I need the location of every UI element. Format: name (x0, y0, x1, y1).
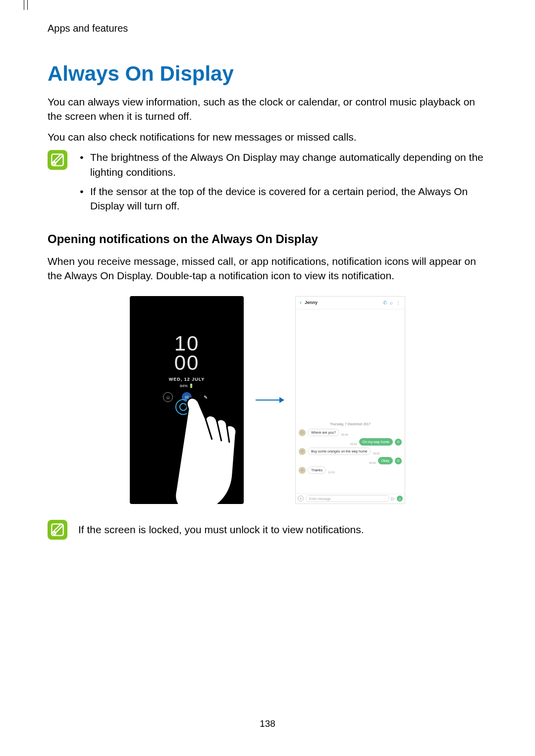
add-attachment-icon[interactable]: + (298, 496, 304, 502)
intro-paragraph-1: You can always view information, such as… (48, 95, 487, 124)
timestamp: 09:59 (350, 443, 357, 446)
note-bullet: • The brightness of the Always On Displa… (78, 150, 487, 179)
aod-date: WED, 12 JULY (130, 377, 244, 382)
section-heading: Opening notifications on the Always On D… (48, 232, 487, 246)
message-row: ☺ Buy some oranges on the way home 09:59 (296, 447, 405, 456)
message-input[interactable]: Enter message (306, 495, 389, 502)
message-input-bar: + Enter message ▷ ☺ (296, 494, 405, 504)
message-row: ☺ Thanks 10:00 (296, 465, 405, 475)
note-block: If the screen is locked, you must unlock… (48, 520, 487, 540)
aod-battery: 84% 🔋 (130, 384, 244, 388)
aod-minute: 00 (130, 353, 244, 373)
avatar-icon: ☺ (299, 467, 306, 474)
message-row: ☺ Where are you? 09:58 (296, 428, 405, 437)
messages-header: ‹ Jenny ✆ ⌕ ⋮ (296, 297, 405, 309)
figure-aod-to-messages: 10 00 WED, 12 JULY 84% 🔋 ☺ ✉ ✎ (48, 296, 487, 504)
note-icon (48, 520, 67, 540)
more-icon[interactable]: ⋮ (396, 300, 401, 305)
phone-screenshot-messages: ‹ Jenny ✆ ⌕ ⋮ Thursday, 7 December 2017 … (295, 296, 405, 504)
timestamp: 10:00 (328, 471, 335, 474)
message-bubble: On my way home (359, 438, 393, 446)
avatar-icon: ☺ (395, 457, 402, 464)
message-bubble: Okay (378, 457, 393, 464)
date-divider: Thursday, 7 December 2017 (296, 422, 405, 426)
timestamp: 09:58 (341, 433, 348, 436)
message-row: 09:59 Okay ☺ (296, 456, 405, 465)
emoji-icon[interactable]: ☺ (397, 496, 403, 502)
avatar-icon: ☺ (395, 439, 402, 446)
bullet-text: If the sensor at the top of the device i… (90, 184, 487, 213)
message-bubble: Thanks (308, 466, 326, 474)
note-icon (48, 150, 67, 170)
bullet-dot-icon: • (78, 184, 85, 213)
hand-tap-icon (173, 394, 244, 504)
contact-name: Jenny (305, 300, 380, 305)
arrow-right-icon (256, 400, 283, 401)
aod-hour: 10 (130, 334, 244, 353)
avatar-icon: ☺ (299, 429, 306, 436)
phone-screenshot-aod: 10 00 WED, 12 JULY 84% 🔋 ☺ ✉ ✎ (130, 296, 244, 504)
message-row: 09:59 On my way home ☺ (296, 437, 405, 447)
chapter-label: Apps and features (48, 23, 487, 34)
message-bubble: Where are you? (308, 429, 339, 436)
note-text: If the screen is locked, you must unlock… (78, 522, 364, 537)
intro-paragraph-2: You can also check notifications for new… (48, 130, 487, 144)
section-body: When you receive message, missed call, o… (48, 254, 487, 283)
avatar-icon: ☺ (299, 448, 306, 455)
bullet-text: The brightness of the Always On Display … (90, 150, 487, 179)
crop-mark (24, 0, 28, 10)
call-icon[interactable]: ✆ (383, 300, 387, 305)
profile-icon: ☺ (163, 392, 173, 402)
page-number: 138 (0, 718, 535, 729)
note-block: • The brightness of the Always On Displa… (48, 150, 487, 218)
message-bubble: Buy some oranges on the way home (308, 448, 371, 455)
timestamp: 09:59 (373, 452, 380, 455)
bullet-dot-icon: • (78, 150, 85, 179)
timestamp: 09:59 (369, 461, 376, 464)
back-icon[interactable]: ‹ (300, 299, 302, 306)
note-bullet: • If the sensor at the top of the device… (78, 184, 487, 213)
search-icon[interactable]: ⌕ (390, 300, 393, 305)
send-icon[interactable]: ▷ (391, 496, 395, 501)
page-title: Always On Display (48, 62, 487, 86)
